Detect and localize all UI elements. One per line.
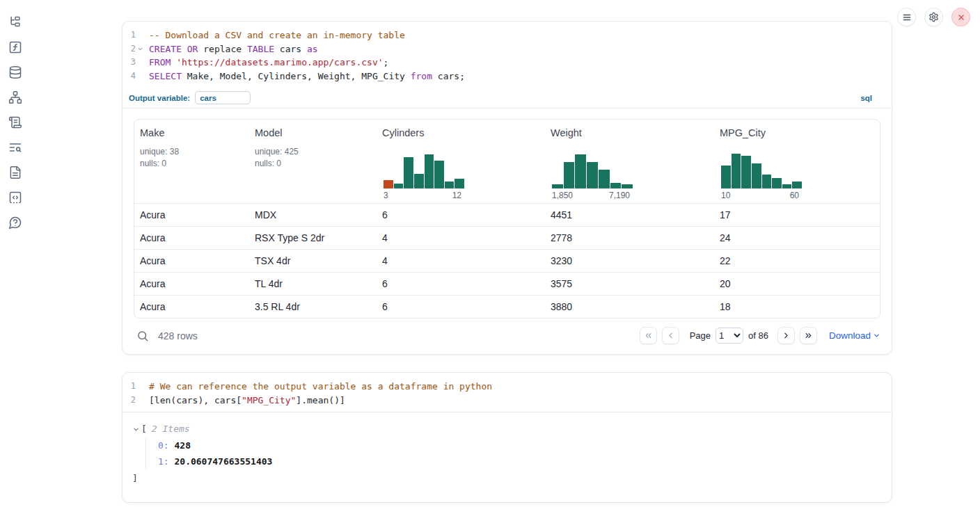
table-cell: Acura bbox=[134, 296, 249, 318]
code-line: 4SELECT Make, Model, Cylinders, Weight, … bbox=[122, 70, 892, 83]
column-title: MPG_City bbox=[720, 127, 874, 138]
line-number: 2 bbox=[122, 42, 136, 56]
chevron-down-icon bbox=[873, 332, 880, 339]
column-title: Cylinders bbox=[382, 127, 539, 138]
output-variable-input[interactable] bbox=[195, 91, 251, 104]
search-button[interactable] bbox=[136, 330, 149, 342]
download-label: Download bbox=[829, 330, 871, 341]
histogram-min-label: 10 bbox=[721, 191, 730, 200]
prev-page-button[interactable] bbox=[662, 327, 679, 344]
tree-entry-key: 1: bbox=[158, 456, 169, 467]
last-page-button[interactable] bbox=[800, 327, 817, 344]
tree-open-bracket: [ bbox=[141, 422, 147, 436]
histogram-bar bbox=[721, 166, 731, 188]
table-cell: 24 bbox=[714, 227, 880, 249]
row-count: 428 rows bbox=[158, 330, 198, 341]
histogram-bar bbox=[610, 183, 622, 188]
column-histogram: 312 bbox=[384, 152, 464, 200]
column-title: Model bbox=[255, 127, 371, 138]
output-variable-label: Output variable: bbox=[129, 94, 190, 102]
table-cell: TL 4dr bbox=[249, 273, 377, 295]
sql-code-editor[interactable]: 1-- Download a CSV and create an in-memo… bbox=[122, 22, 892, 88]
line-number: 2 bbox=[122, 394, 136, 408]
menu-icon bbox=[902, 13, 912, 22]
code-snippet-icon[interactable] bbox=[8, 191, 22, 204]
code-line: 2[len(cars), cars["MPG_City"].mean()] bbox=[122, 394, 892, 408]
python-cell-output: [ 2 Items 0: 4281: 20.060747663551403 ] bbox=[122, 412, 892, 502]
output-variable-row: Output variable: sql bbox=[122, 88, 892, 108]
table-row: AcuraTSX 4dr4323022 bbox=[134, 249, 880, 272]
histogram-bar bbox=[404, 157, 413, 188]
column-header-weight[interactable]: Weight1,8507,190 bbox=[545, 120, 714, 203]
table-body: AcuraMDX6445117AcuraRSX Type S 2dr427782… bbox=[134, 203, 880, 318]
column-title: Weight bbox=[551, 127, 709, 138]
page-total-label: of 86 bbox=[748, 330, 768, 341]
function-square-icon[interactable] bbox=[8, 40, 22, 54]
chevrons-right-icon bbox=[804, 331, 813, 340]
column-stats: unique: 38nulls: 0 bbox=[140, 146, 244, 169]
column-header-mpg_city[interactable]: MPG_City1060 bbox=[714, 120, 880, 203]
table-row: AcuraTL 4dr6357520 bbox=[134, 272, 880, 295]
pagination: Page 1 of 86 Download bbox=[640, 327, 880, 344]
download-button[interactable]: Download bbox=[829, 330, 880, 341]
column-stats: unique: 425nulls: 0 bbox=[255, 146, 371, 169]
table-cell: 3230 bbox=[545, 250, 714, 272]
table-cell: MDX bbox=[249, 204, 377, 226]
python-code-editor[interactable]: 1# We can reference the output variable … bbox=[122, 373, 892, 412]
column-header-model[interactable]: Modelunique: 425nulls: 0 bbox=[249, 120, 377, 203]
database-icon[interactable] bbox=[8, 65, 22, 79]
histogram-bar bbox=[599, 170, 610, 188]
column-histogram: 1,8507,190 bbox=[552, 152, 633, 200]
search-list-icon[interactable] bbox=[8, 140, 22, 154]
chevron-right-icon bbox=[782, 331, 791, 340]
histogram-bar bbox=[414, 174, 424, 188]
scroll-icon[interactable] bbox=[8, 115, 22, 129]
histogram-bar bbox=[732, 154, 741, 188]
language-badge: sql bbox=[860, 94, 872, 102]
help-icon[interactable] bbox=[8, 216, 22, 230]
column-header-cylinders[interactable]: Cylinders312 bbox=[377, 120, 545, 203]
histogram-bar bbox=[772, 178, 782, 188]
data-table: Makeunique: 38nulls: 0Modelunique: 425nu… bbox=[134, 119, 880, 319]
table-cell: TSX 4dr bbox=[249, 250, 377, 272]
shutdown-button[interactable] bbox=[951, 8, 970, 26]
histogram-bar bbox=[782, 184, 792, 188]
table-cell: 22 bbox=[714, 250, 880, 272]
close-icon bbox=[957, 13, 965, 22]
search-icon bbox=[136, 330, 149, 342]
code-line: 1-- Download a CSV and create an in-memo… bbox=[122, 29, 892, 42]
document-icon[interactable] bbox=[8, 166, 22, 179]
histogram-bar bbox=[434, 161, 444, 188]
column-title: Make bbox=[140, 127, 244, 138]
histogram-bar bbox=[587, 162, 598, 188]
table-cell: Acura bbox=[134, 204, 249, 226]
histogram-bar bbox=[394, 184, 404, 188]
histogram-bar bbox=[752, 163, 761, 188]
page-label: Page bbox=[690, 330, 711, 341]
first-page-button[interactable] bbox=[640, 327, 657, 344]
table-cell: 6 bbox=[377, 204, 545, 226]
table-footer: 428 rows Page 1 of 86 bbox=[134, 319, 880, 354]
settings-button[interactable] bbox=[924, 8, 943, 26]
helper-panel-sidebar bbox=[0, 0, 31, 230]
next-page-button[interactable] bbox=[777, 327, 795, 344]
tree-entry-key: 0: bbox=[158, 440, 169, 451]
histogram-bar bbox=[575, 154, 586, 188]
page-select[interactable]: 1 bbox=[716, 328, 743, 344]
file-tree-icon[interactable] bbox=[8, 15, 22, 29]
column-header-make[interactable]: Makeunique: 38nulls: 0 bbox=[134, 120, 249, 203]
table-row: Acura3.5 RL 4dr6388018 bbox=[134, 295, 880, 318]
code-line: 1# We can reference the output variable … bbox=[122, 380, 892, 394]
fold-chevron-icon[interactable] bbox=[136, 42, 144, 56]
gear-icon bbox=[928, 12, 939, 22]
notebook-actions bbox=[897, 8, 970, 26]
network-icon[interactable] bbox=[8, 90, 22, 104]
table-cell: 3880 bbox=[545, 296, 714, 318]
tree-collapse-chevron-icon[interactable] bbox=[132, 426, 141, 433]
table-cell: 3575 bbox=[545, 273, 714, 295]
table-cell: 17 bbox=[714, 204, 880, 226]
table-row: AcuraMDX6445117 bbox=[134, 203, 880, 226]
table-row: AcuraRSX Type S 2dr4277824 bbox=[134, 226, 880, 249]
line-number: 1 bbox=[122, 380, 136, 394]
menu-button[interactable] bbox=[897, 8, 916, 26]
